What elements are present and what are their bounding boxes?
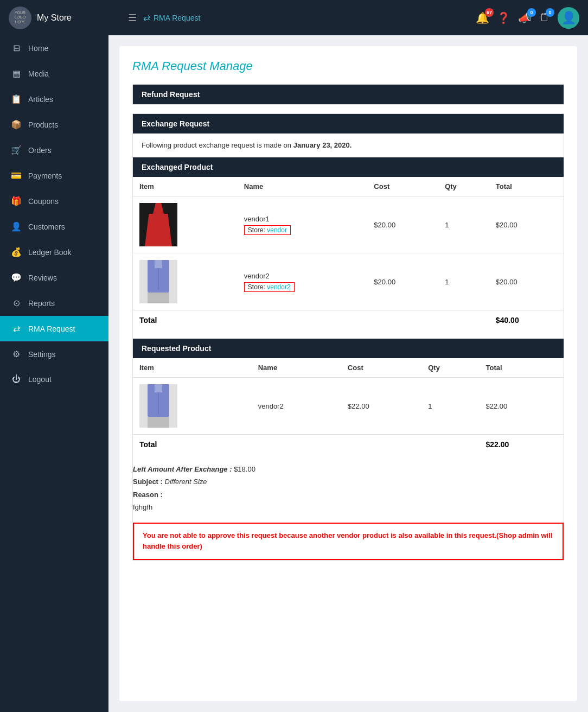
header-center: ☰ ⇄ RMA Request (117, 12, 476, 24)
product-image-blue-shirt-1 (139, 260, 177, 303)
table-row: vendor1 Store: vendor $20.00 1 $20.00 (133, 196, 564, 253)
cost-cell-1: $20.00 (367, 196, 438, 253)
reviews-icon: 💬 (11, 272, 22, 283)
refund-section: Refund Request (132, 84, 564, 105)
sidebar-item-reports[interactable]: ⊙ Reports (0, 290, 108, 316)
reports-icon: ⊙ (11, 298, 22, 308)
menu-icon[interactable]: ☰ (128, 12, 137, 24)
col-name: Name (238, 177, 368, 196)
left-amount-value: $18.00 (234, 465, 255, 473)
col-item: Item (133, 177, 238, 196)
products-icon: 📦 (11, 119, 22, 130)
avatar-icon: 👤 (561, 11, 576, 25)
total-cell-1: $20.00 (489, 196, 564, 253)
subject-row: Subject : Different Size (133, 475, 564, 488)
sidebar-item-payments[interactable]: 💳 Payments (0, 163, 108, 188)
left-amount-label: Left Amount After Exchange : (133, 465, 232, 473)
req-col-name: Name (252, 358, 341, 378)
bell-badge: 67 (485, 8, 494, 17)
left-amount-row: Left Amount After Exchange : $18.00 (133, 463, 564, 475)
store-link-1[interactable]: vendor (267, 226, 287, 234)
media-icon: ▤ (11, 68, 22, 79)
exchanged-total-label: Total (133, 310, 367, 330)
item-image-cell (133, 196, 238, 253)
col-total: Total (489, 177, 564, 196)
reason-value: fghgfh (133, 501, 564, 513)
sidebar-item-customers[interactable]: 👤 Customers (0, 214, 108, 239)
sidebar-label-settings: Settings (28, 350, 56, 359)
req-item-image-cell (133, 378, 252, 435)
sidebar-item-reviews[interactable]: 💬 Reviews (0, 265, 108, 290)
ledger-icon: 💰 (11, 247, 22, 257)
subject-value: Different Size (165, 478, 207, 486)
req-col-cost: Cost (341, 358, 421, 378)
sidebar-label-customers: Customers (28, 223, 65, 231)
sidebar: ⊟ Home ▤ Media 📋 Articles 📦 Products 🛒 O… (0, 35, 108, 712)
sidebar-label-logout: Logout (28, 375, 52, 384)
product-image-red-dress (139, 203, 177, 246)
store-name: My Store (37, 13, 72, 23)
header: YOUR LOGO HERE My Store ☰ ⇄ RMA Request … (0, 0, 588, 35)
notifications-bell[interactable]: 🔔 67 (476, 11, 489, 24)
requested-total-label: Total (133, 435, 341, 455)
requested-product-section: Requested Product Item Name Cost Qty Tot… (133, 339, 564, 454)
sidebar-item-orders[interactable]: 🛒 Orders (0, 137, 108, 163)
home-icon: ⊟ (11, 43, 22, 53)
req-col-qty: Qty (421, 358, 479, 378)
main-content: RMA Request Manage Refund Request Exchan… (108, 35, 588, 712)
total-cell-2: $20.00 (489, 253, 564, 310)
qty-cell-2: 1 (438, 253, 489, 310)
exchange-date: January 23, 2020. (293, 141, 352, 149)
subject-label: Subject : (133, 478, 163, 486)
store-label-1: Store: (248, 226, 265, 234)
sidebar-item-home[interactable]: ⊟ Home (0, 35, 108, 61)
layout: ⊟ Home ▤ Media 📋 Articles 📦 Products 🛒 O… (0, 35, 588, 712)
col-qty: Qty (438, 177, 489, 196)
megaphone-badge: 0 (527, 8, 536, 17)
sidebar-label-reports: Reports (28, 299, 55, 308)
svg-rect-12 (155, 384, 162, 392)
sidebar-item-ledger[interactable]: 💰 Ledger Book (0, 239, 108, 265)
sidebar-label-articles: Articles (28, 95, 53, 104)
sidebar-label-coupons: Coupons (28, 197, 59, 206)
page-title: RMA Request Manage (132, 59, 564, 73)
store-link-2[interactable]: vendor2 (267, 283, 290, 291)
sidebar-item-media[interactable]: ▤ Media (0, 61, 108, 86)
customers-icon: 👤 (11, 221, 22, 232)
qty-cell-1: 1 (438, 196, 489, 253)
store-badge-2: Store: vendor2 (244, 282, 295, 292)
req-product-name-cell: vendor2 (252, 378, 341, 435)
col-cost: Cost (367, 177, 438, 196)
articles-icon: 📋 (11, 94, 22, 104)
cost-cell-2: $20.00 (367, 253, 438, 310)
product-name-2: vendor2 (244, 272, 361, 280)
sidebar-item-products[interactable]: 📦 Products (0, 112, 108, 137)
avatar[interactable]: 👤 (558, 7, 579, 29)
sidebar-item-coupons[interactable]: 🎁 Coupons (0, 188, 108, 214)
breadcrumb-label: RMA Request (154, 14, 200, 22)
header-logo: YOUR LOGO HERE My Store (9, 7, 117, 29)
coupons-icon: 🎁 (11, 196, 22, 206)
req-total-cell: $22.00 (479, 378, 564, 435)
exchanged-product-section: Exchanged Product Item Name Cost Qty Tot… (133, 157, 564, 330)
sidebar-item-articles[interactable]: 📋 Articles (0, 86, 108, 112)
help-icon[interactable]: ❓ (497, 11, 510, 24)
sidebar-item-rma[interactable]: ⇄ RMA Request (0, 316, 108, 341)
sidebar-label-home: Home (28, 44, 48, 53)
orders-icon: 🛒 (11, 145, 22, 155)
sidebar-label-media: Media (28, 69, 49, 78)
exchanged-product-header: Exchanged Product (133, 157, 564, 177)
svg-rect-7 (155, 260, 162, 268)
sidebar-label-reviews: Reviews (28, 274, 57, 282)
sidebar-item-logout[interactable]: ⏻ Logout (0, 367, 108, 392)
item-image-cell-2 (133, 253, 238, 310)
megaphone-icon[interactable]: 📣 0 (518, 11, 532, 24)
svg-rect-6 (148, 293, 169, 303)
sidebar-item-settings[interactable]: ⚙ Settings (0, 341, 108, 367)
product-name-cell-2: vendor2 Store: vendor2 (238, 253, 368, 310)
messages-icon[interactable]: 🗒 0 (539, 11, 550, 24)
req-qty-cell: 1 (421, 378, 479, 435)
breadcrumb: ⇄ RMA Request (143, 12, 200, 23)
store-logo: YOUR LOGO HERE (9, 7, 31, 29)
requested-product-table: Item Name Cost Qty Total (133, 358, 564, 454)
